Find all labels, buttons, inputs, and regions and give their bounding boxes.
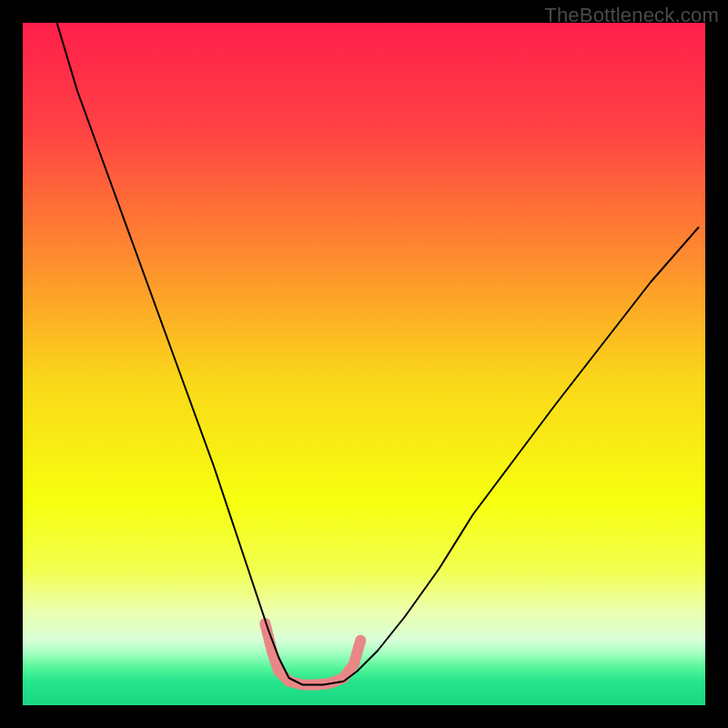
plot-area — [23, 23, 705, 705]
watermark-text: TheBottleneck.com — [544, 4, 719, 27]
chart-frame: TheBottleneck.com — [0, 0, 728, 728]
curves-layer — [23, 23, 705, 705]
highlight-optimal-range — [265, 623, 360, 685]
bottleneck-curve — [57, 23, 699, 685]
